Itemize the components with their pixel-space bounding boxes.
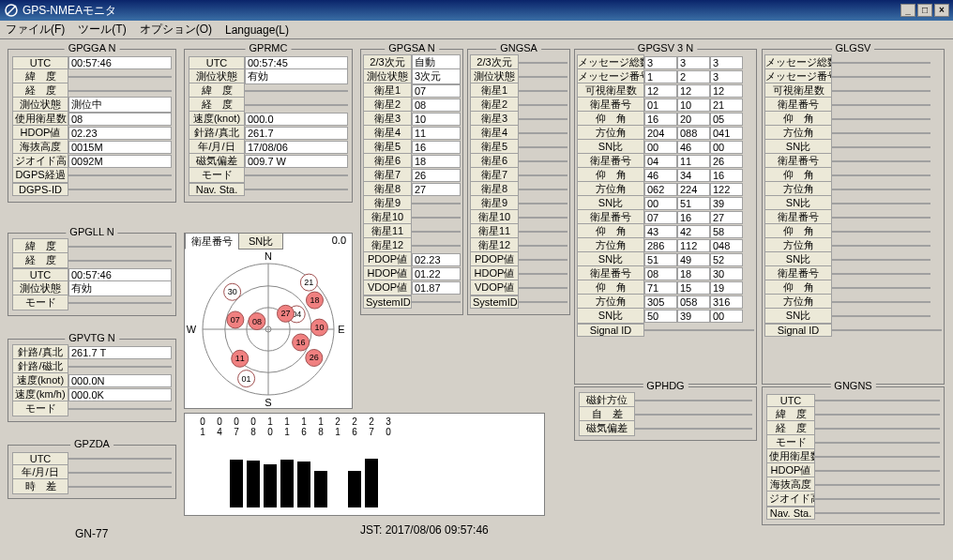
device-label: GN-77 xyxy=(75,527,108,540)
field-value xyxy=(815,512,940,514)
field-value xyxy=(865,315,898,317)
skyplot-value: 0.0 xyxy=(332,235,346,246)
svg-rect-48 xyxy=(264,464,277,507)
field-value xyxy=(832,259,865,261)
field-value: 0015M xyxy=(68,141,172,154)
titlebar: GPS-NMEAモニタ _ □ × xyxy=(0,0,953,21)
svg-text:3: 3 xyxy=(386,416,391,427)
svg-text:11: 11 xyxy=(235,354,245,363)
field-label: 磁気偏差 xyxy=(579,420,635,436)
field-value xyxy=(898,231,930,233)
field-value: 00 xyxy=(644,141,677,154)
field-value: 26 xyxy=(710,155,743,168)
field-value xyxy=(815,442,940,444)
tab-snr[interactable]: SN比 xyxy=(238,233,283,250)
svg-text:6: 6 xyxy=(352,427,357,437)
field-value xyxy=(245,90,348,92)
panel-gprmc: GPRMC UTC00:57:45測位状態有効緯 度経 度速度(knot)000… xyxy=(184,49,353,203)
field-value: 000.0 xyxy=(245,113,348,126)
close-button[interactable]: × xyxy=(934,4,949,17)
field-value xyxy=(644,329,754,331)
field-value: 10 xyxy=(412,113,461,126)
field-value xyxy=(865,62,898,64)
panel-gpzda: GPZDA UTC年/月/日時 差 xyxy=(8,445,176,499)
svg-text:1: 1 xyxy=(284,427,290,437)
tab-satid[interactable]: 衛星番号 xyxy=(185,233,239,250)
field-value xyxy=(898,146,930,148)
field-value xyxy=(519,301,567,303)
panel-gpzda-legend: GPZDA xyxy=(70,438,113,449)
menu-language[interactable]: Language(L) xyxy=(225,23,289,37)
field-value xyxy=(68,90,172,92)
field-value xyxy=(412,301,461,303)
svg-text:30: 30 xyxy=(228,287,237,296)
svg-text:2: 2 xyxy=(335,416,340,427)
svg-text:21: 21 xyxy=(304,278,313,287)
svg-text:07: 07 xyxy=(231,315,240,325)
field-value xyxy=(68,366,172,368)
field-label: SN比 xyxy=(764,308,832,324)
field-value xyxy=(865,217,898,219)
field-value: 27 xyxy=(710,211,743,224)
field-value xyxy=(832,329,942,331)
field-value xyxy=(68,486,172,488)
svg-text:2: 2 xyxy=(352,416,357,427)
svg-text:E: E xyxy=(338,324,344,335)
field-value xyxy=(832,76,865,78)
svg-rect-51 xyxy=(280,460,294,507)
field-value: 17/08/06 xyxy=(245,141,348,154)
skyplot-panel: 衛星番号 SN比 0.0 NSEW01040708101116182126273… xyxy=(184,233,353,409)
field-label: UTC xyxy=(12,268,68,281)
field-value: 21 xyxy=(710,98,743,112)
svg-text:26: 26 xyxy=(310,353,319,362)
field-value: 1 xyxy=(644,70,677,83)
field-value: 204 xyxy=(644,127,677,140)
field-value: 00 xyxy=(710,310,743,323)
field-value xyxy=(898,259,930,261)
field-label: Nav. Sta. xyxy=(189,183,245,196)
svg-text:4: 4 xyxy=(217,427,222,437)
field-label: Signal ID xyxy=(764,324,832,337)
field-value xyxy=(865,132,898,134)
panel-gphdg: GPHDG 磁針方位自 差磁気偏差 xyxy=(574,386,757,441)
field-value xyxy=(815,428,940,430)
menu-tool[interactable]: ツール(T) xyxy=(78,22,126,38)
field-value: 316 xyxy=(710,295,743,309)
field-value xyxy=(519,203,567,204)
maximize-button[interactable]: □ xyxy=(917,4,932,17)
field-value: 42 xyxy=(677,225,710,238)
panel-gngsa-legend: GNGSA xyxy=(496,42,541,53)
field-value: 15 xyxy=(677,281,710,295)
menu-file[interactable]: ファイル(F) xyxy=(6,22,65,38)
minimize-button[interactable]: _ xyxy=(900,4,915,17)
field-value xyxy=(898,118,930,120)
field-value xyxy=(245,174,348,176)
field-value xyxy=(898,203,930,204)
menu-option[interactable]: オプション(O) xyxy=(140,22,212,38)
svg-text:0: 0 xyxy=(217,416,222,427)
field-value xyxy=(519,287,567,289)
field-value: 088 xyxy=(677,127,710,140)
field-value xyxy=(898,315,930,317)
field-value xyxy=(832,62,865,64)
field-value xyxy=(68,246,172,248)
field-value xyxy=(519,273,567,275)
field-value xyxy=(519,245,567,247)
panel-gpgsa-legend: GPGSA N xyxy=(385,42,439,53)
svg-text:1: 1 xyxy=(267,416,273,427)
field-value: 122 xyxy=(710,183,743,196)
svg-rect-57 xyxy=(314,471,327,507)
field-value: 46 xyxy=(644,169,677,182)
field-value: 041 xyxy=(710,127,743,140)
svg-text:01: 01 xyxy=(242,374,251,384)
panel-gpgsa: GPGSA N 2/3次元自動測位状態3次元衛星107衛星208衛星310衛星4… xyxy=(360,49,463,315)
field-value xyxy=(865,259,898,261)
panel-gpgga-legend: GPGGA N xyxy=(65,42,120,53)
svg-text:W: W xyxy=(187,324,197,335)
field-label: 時 差 xyxy=(12,478,68,494)
field-value xyxy=(519,174,567,176)
field-value xyxy=(865,245,898,247)
panel-gngsa: GNGSA 2/3次元測位状態衛星1衛星2衛星3衛星4衛星5衛星6衛星7衛星8衛… xyxy=(467,49,570,315)
field-value xyxy=(815,456,940,458)
field-value xyxy=(412,231,461,233)
